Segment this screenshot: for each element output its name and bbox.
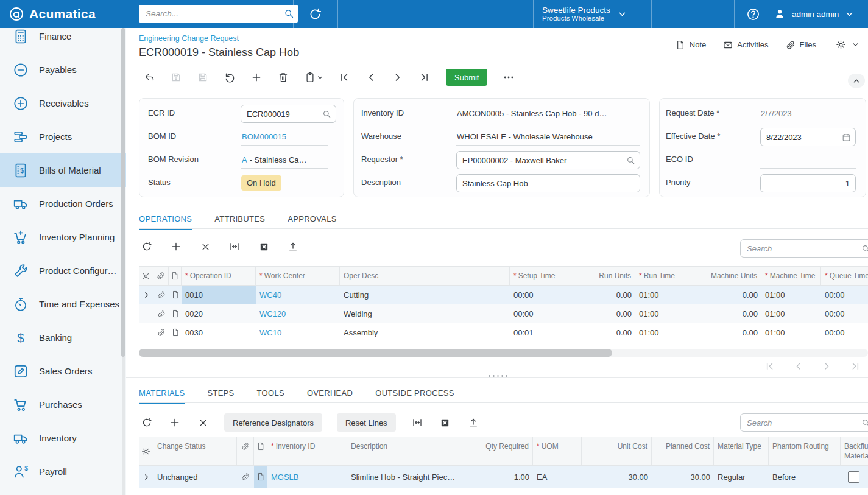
operations-row-1[interactable]: 0010 WC40 Cutting 00:00 0.00 01:00 0.00 …	[139, 286, 868, 304]
cell-run-time[interactable]: 01:00	[635, 323, 697, 342]
search-icon[interactable]	[861, 418, 868, 427]
cell-machine-units[interactable]: 0.00	[697, 323, 761, 342]
column-header-change-status[interactable]: Change Status	[153, 437, 237, 465]
sidebar-item-time-and-expenses[interactable]: Time and Expenses	[0, 287, 126, 321]
sidebar-item-bills-of-material[interactable]: Bills of Material	[0, 153, 126, 187]
priority-input[interactable]	[765, 178, 851, 189]
cell-work-center[interactable]: WC120	[256, 304, 340, 323]
sidebar-item-product-configurator[interactable]: Product Configur…	[0, 254, 126, 287]
cell-machine-units[interactable]: 0.00	[697, 286, 761, 304]
cell-work-center[interactable]: WC40	[256, 286, 340, 304]
delete-row-button[interactable]	[196, 416, 210, 429]
cell-machine-time[interactable]: 01:00	[761, 286, 821, 304]
inventory-id-link[interactable]: MGSLB	[271, 472, 299, 482]
tab-tools[interactable]: TOOLS	[257, 388, 284, 402]
cell-qty-required[interactable]: 1.00	[481, 466, 533, 488]
grid-settings-header[interactable]	[139, 437, 153, 465]
column-header-unit-cost[interactable]: Unit Cost	[582, 437, 652, 465]
row-attachment-cell[interactable]	[237, 466, 254, 488]
fit-width-button[interactable]	[228, 240, 241, 253]
collapse-summary-button[interactable]	[848, 74, 865, 88]
column-header-inventory-id[interactable]: *Inventory ID	[267, 437, 347, 465]
first-page-button[interactable]	[763, 359, 776, 373]
breadcrumb[interactable]: Engineering Change Request	[139, 34, 239, 43]
sidebar-scrollbar-thumb[interactable]	[121, 28, 125, 357]
column-header-material-type[interactable]: Material Type	[714, 437, 769, 465]
save-and-close-button[interactable]	[167, 68, 185, 86]
backflush-checkbox[interactable]	[848, 471, 859, 483]
column-header-queue-time[interactable]: *Queue Time	[821, 267, 868, 285]
sidebar-item-payroll[interactable]: Payroll	[0, 455, 126, 488]
horizontal-scrollbar[interactable]	[139, 349, 868, 357]
refresh-button[interactable]	[140, 416, 153, 429]
column-header-oper-desc[interactable]: Oper Desc	[340, 267, 510, 285]
row-attachment-cell[interactable]	[153, 323, 169, 342]
cell-queue-time[interactable]: 00:00	[821, 286, 868, 304]
cell-machine-time[interactable]: 01:00	[761, 323, 821, 342]
cell-machine-units[interactable]: 0.00	[697, 304, 761, 323]
requestor-input[interactable]	[461, 155, 626, 166]
load-records-button[interactable]	[286, 240, 300, 253]
lookup-icon[interactable]	[626, 156, 635, 165]
first-record-button[interactable]	[335, 68, 353, 86]
column-header-backflush-materials[interactable]: Backflush Materials	[841, 437, 868, 465]
cell-run-units[interactable]: 0.00	[566, 286, 635, 304]
cell-description[interactable]: Slimline Hob - Straight Piec…	[347, 466, 481, 488]
refresh-button[interactable]	[140, 240, 153, 253]
cell-uom[interactable]: EA	[533, 466, 582, 488]
column-header-machine-units[interactable]: Machine Units	[697, 267, 761, 285]
effective-date-input[interactable]	[765, 132, 842, 142]
more-actions-button[interactable]	[499, 68, 518, 86]
row-note-cell[interactable]	[169, 304, 182, 323]
sidebar-item-inventory-planning[interactable]: Inventory Planning	[0, 220, 126, 254]
operations-search-input[interactable]	[746, 244, 861, 254]
tab-overhead[interactable]: OVERHEAD	[307, 388, 353, 402]
calendar-icon[interactable]	[842, 133, 851, 142]
cell-inventory-id[interactable]: MGSLB	[267, 466, 347, 488]
delete-button[interactable]	[274, 68, 292, 86]
tab-operations[interactable]: OPERATIONS	[139, 214, 192, 228]
next-page-button[interactable]	[820, 359, 833, 373]
export-excel-button[interactable]	[439, 416, 452, 429]
sidebar-item-sales-orders[interactable]: Sales Orders	[0, 354, 126, 388]
work-center-link[interactable]: WC10	[259, 328, 281, 337]
cell-backflush-materials[interactable]	[841, 466, 868, 488]
add-row-button[interactable]	[168, 416, 182, 429]
cell-planned-cost[interactable]: 30.00	[652, 466, 714, 488]
save-button[interactable]	[194, 68, 212, 86]
cell-setup-time[interactable]: 00:00	[510, 304, 566, 323]
expand-row-button[interactable]	[139, 466, 153, 488]
materials-row-1[interactable]: Unchanged MGSLB Slimline Hob - Straight …	[139, 466, 868, 488]
column-header-operation-id[interactable]: *Operation ID	[182, 267, 256, 285]
sidebar-scrollbar[interactable]	[122, 28, 125, 495]
column-header-run-units[interactable]: Run Units	[566, 267, 635, 285]
customization-menu[interactable]	[836, 40, 859, 50]
tab-attributes[interactable]: ATTRIBUTES	[214, 214, 265, 228]
bom-id-link[interactable]: BOM000015	[242, 132, 286, 141]
column-header-qty-required[interactable]: Qty Required	[481, 437, 533, 465]
load-records-button[interactable]	[467, 416, 480, 429]
materials-search-input[interactable]	[746, 418, 861, 428]
expand-row-button[interactable]	[139, 286, 153, 304]
description-input[interactable]	[461, 178, 635, 189]
last-page-button[interactable]	[849, 359, 862, 373]
files-button[interactable]: Files	[786, 40, 816, 50]
fit-width-button[interactable]	[411, 416, 424, 429]
sidebar-item-production-orders[interactable]: Production Orders	[0, 187, 126, 220]
add-new-button[interactable]	[247, 68, 266, 86]
note-button[interactable]: Note	[676, 40, 706, 50]
row-note-cell[interactable]	[169, 286, 182, 304]
cancel-button[interactable]	[221, 68, 239, 86]
cell-phantom-routing[interactable]: Before	[769, 466, 841, 488]
row-note-cell[interactable]	[254, 466, 267, 488]
cell-operation-id[interactable]: 0010	[182, 286, 256, 304]
global-search-input[interactable]	[144, 9, 284, 19]
tab-outside-process[interactable]: OUTSIDE PROCESS	[375, 388, 454, 402]
cell-oper-desc[interactable]: Assembly	[340, 323, 510, 342]
cell-queue-time[interactable]: 00:00	[821, 323, 868, 342]
add-row-button[interactable]	[169, 240, 183, 253]
cell-operation-id[interactable]: 0020	[182, 304, 256, 323]
cell-setup-time[interactable]: 00:00	[510, 286, 566, 304]
column-header-run-time[interactable]: *Run Time	[635, 267, 697, 285]
sidebar-item-banking[interactable]: Banking	[0, 321, 126, 354]
